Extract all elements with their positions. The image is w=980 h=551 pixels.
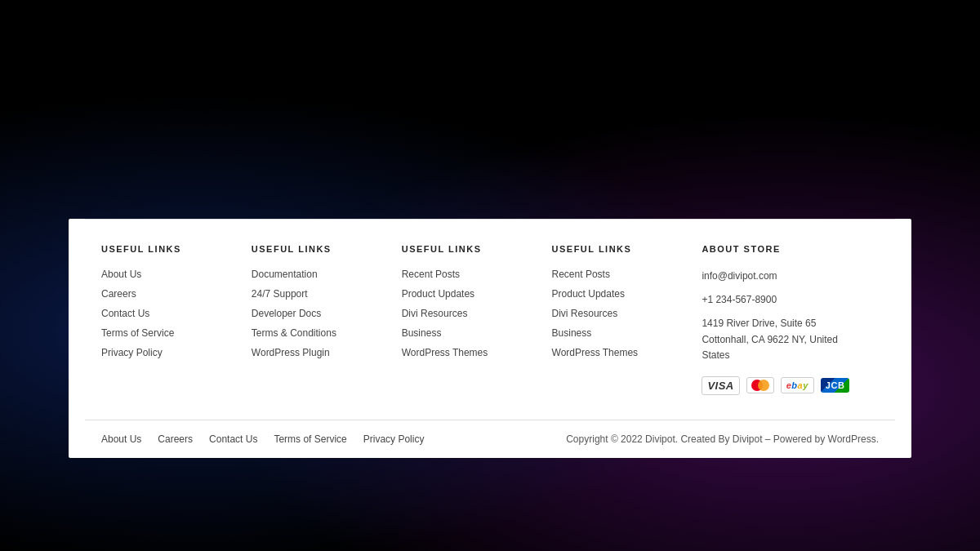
col4-link-5[interactable]: WordPress Themes	[552, 347, 686, 358]
footer-col-about: ABOUT STORE info@divipot.com +1 234-567-…	[702, 244, 879, 395]
about-phone: +1 234-567-8900	[702, 292, 862, 308]
col3-link-3[interactable]: Divi Resources	[402, 308, 536, 319]
col2-link-2[interactable]: 24/7 Support	[252, 288, 385, 300]
footer-bottom: About Us Careers Contact Us Terms of Ser…	[69, 420, 911, 458]
ebay-icon: ebay	[781, 377, 814, 393]
col2-link-4[interactable]: Terms & Conditions	[252, 327, 385, 339]
col1-link-5[interactable]: Privacy Policy	[101, 347, 235, 358]
col4-heading: USEFUL LINKS	[552, 244, 686, 254]
bottom-link-contact-us[interactable]: Contact Us	[209, 433, 257, 445]
col2-link-5[interactable]: WordPress Plugin	[252, 347, 385, 358]
col3-link-2[interactable]: Product Updates	[402, 288, 536, 300]
visa-icon: VISA	[702, 376, 739, 395]
col1-link-1[interactable]: About Us	[101, 269, 235, 280]
footer-col-2: USEFUL LINKS Documentation 24/7 Support …	[252, 244, 402, 395]
bottom-link-careers[interactable]: Careers	[158, 433, 193, 445]
about-heading: ABOUT STORE	[702, 244, 862, 254]
col4-link-3[interactable]: Divi Resources	[552, 308, 686, 319]
col3-heading: USEFUL LINKS	[402, 244, 536, 254]
col4-link-2[interactable]: Product Updates	[552, 288, 686, 300]
col1-heading: USEFUL LINKS	[101, 244, 235, 254]
col1-link-2[interactable]: Careers	[101, 288, 235, 300]
col3-link-1[interactable]: Recent Posts	[402, 269, 536, 280]
col1-link-4[interactable]: Terms of Service	[101, 327, 235, 339]
col4-link-4[interactable]: Business	[552, 327, 686, 339]
payment-icons: VISA ebay JCB	[702, 376, 862, 395]
footer-bottom-links: About Us Careers Contact Us Terms of Ser…	[101, 433, 424, 445]
bottom-link-terms[interactable]: Terms of Service	[274, 433, 346, 445]
mastercard-icon	[746, 377, 774, 393]
footer-main: USEFUL LINKS About Us Careers Contact Us…	[69, 220, 911, 420]
col2-heading: USEFUL LINKS	[252, 244, 385, 254]
col2-link-1[interactable]: Documentation	[252, 269, 385, 280]
col1-link-3[interactable]: Contact Us	[101, 308, 235, 319]
footer-col-4: USEFUL LINKS Recent Posts Product Update…	[552, 244, 702, 395]
col4-link-1[interactable]: Recent Posts	[552, 269, 686, 280]
footer-container: USEFUL LINKS About Us Careers Contact Us…	[69, 219, 911, 458]
col3-link-4[interactable]: Business	[402, 327, 536, 339]
about-email: info@divipot.com	[702, 269, 862, 284]
bottom-link-about-us[interactable]: About Us	[101, 433, 141, 445]
bottom-link-privacy[interactable]: Privacy Policy	[363, 433, 425, 445]
col3-link-5[interactable]: WordPress Themes	[402, 347, 536, 358]
jcb-icon: JCB	[821, 378, 850, 393]
footer-col-3: USEFUL LINKS Recent Posts Product Update…	[402, 244, 552, 395]
about-address: 1419 River Drive, Suite 65 Cottonhall, C…	[702, 316, 862, 363]
col2-link-3[interactable]: Developer Docs	[252, 308, 385, 319]
footer-col-1: USEFUL LINKS About Us Careers Contact Us…	[101, 244, 252, 395]
copyright-text: Copyright © 2022 Divipot. Created By Div…	[566, 433, 879, 445]
